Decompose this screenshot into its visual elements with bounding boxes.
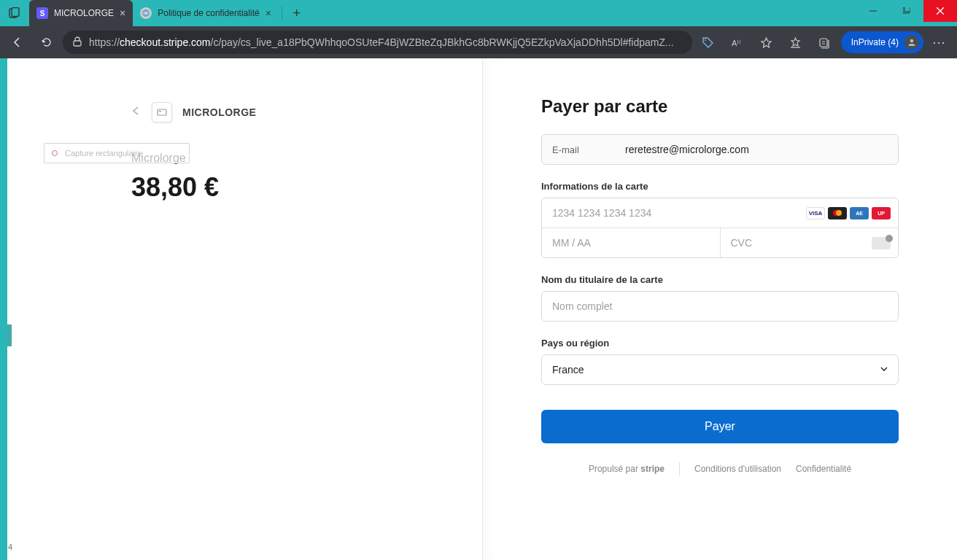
read-aloud-icon[interactable]: A⁾⁾ [724,29,751,55]
card-number-input[interactable] [542,198,806,228]
snip-tool-overlay: Capture rectangulaire [44,143,190,163]
shopping-icon[interactable] [695,29,721,55]
svg-rect-8 [74,41,81,46]
email-label: E-mail [552,144,625,155]
record-dot-icon [52,150,58,156]
browser-tab-active[interactable]: S MICROLORGE × [29,0,133,26]
powered-by-text: Propulsé par stripe [589,464,665,474]
product-price: 38,80 € [131,172,453,203]
nav-back-button[interactable] [4,29,31,55]
window-close-button[interactable] [923,0,957,22]
collections-icon[interactable] [812,29,838,55]
window-titlebar: S MICROLORGE × Politique de confidential… [0,0,957,26]
window-maximize-button[interactable] [890,0,923,22]
form-title: Payer par carte [541,96,899,117]
svg-point-19 [836,210,842,216]
visa-icon: VISA [806,207,825,219]
svg-rect-1 [12,8,19,17]
card-input-block: VISA AE UP [541,198,899,258]
cvc-hint-icon [872,237,891,249]
card-cvc-input[interactable] [721,228,872,257]
svg-rect-17 [159,111,161,112]
card-expiry-input[interactable] [542,228,690,257]
left-edge-strip [0,58,7,560]
terms-link[interactable]: Conditions d'utilisation [694,464,781,474]
stripe-logo: stripe [640,464,665,474]
svg-point-15 [910,39,914,43]
address-bar[interactable]: https://checkout.stripe.com/c/pay/cs_liv… [63,31,692,54]
card-brand-icons: VISA AE UP [806,207,898,219]
merchant-back-icon[interactable] [131,106,142,119]
favorites-bar-icon[interactable] [783,29,809,55]
tab-close-icon[interactable]: × [266,7,271,19]
svg-rect-5 [904,7,910,12]
favorite-icon[interactable] [753,29,780,55]
tab-title: Politique de confidentialité [158,8,259,18]
unionpay-icon: UP [872,207,891,219]
country-select[interactable]: France [541,354,899,385]
card-info-label: Informations de la carte [541,181,899,192]
menu-button[interactable]: ⋯ [926,29,953,55]
pay-button[interactable]: Payer [541,410,899,443]
tab-actions-icon[interactable] [0,7,29,19]
cardholder-name-input[interactable] [541,291,899,322]
tab-favicon-icon: S [36,7,48,19]
email-value: reretestre@microlorge.com [625,144,888,155]
order-summary-panel: MICROLORGE Capture rectangulaire Microlo… [7,58,482,560]
new-tab-button[interactable]: + [285,6,309,21]
browser-tab[interactable]: Politique de confidentialité × [133,0,279,26]
email-field-row[interactable]: E-mail reretestre@microlorge.com [541,134,899,165]
merchant-name: MICROLORGE [182,106,256,118]
tab-separator [282,6,282,20]
inprivate-label: InPrivate (4) [851,37,899,47]
svg-rect-16 [158,109,166,115]
nav-refresh-button[interactable] [34,29,60,55]
mastercard-icon [828,207,847,219]
inprivate-indicator[interactable]: InPrivate (4) [841,31,923,53]
merchant-logo-icon [152,102,172,122]
svg-rect-12 [820,39,827,47]
page-content: 4 MICROLORGE Capture rectangulaire Micro… [0,58,957,560]
snip-label: Capture rectangulaire [65,149,142,158]
window-controls [856,0,957,26]
url-text: https://checkout.stripe.com/c/pay/cs_liv… [89,36,674,48]
footer-separator [679,462,680,475]
tab-favicon-icon [140,7,152,19]
tab-title: MICROLORGE [54,8,114,18]
profile-avatar-icon [904,35,919,50]
svg-text:A⁾⁾: A⁾⁾ [732,39,741,47]
privacy-link[interactable]: Confidentialité [796,464,851,474]
amex-icon: AE [850,207,869,219]
browser-toolbar: https://checkout.stripe.com/c/pay/cs_liv… [0,26,957,58]
cardholder-label: Nom du titulaire de la carte [541,274,899,285]
footer-links: Propulsé par stripe Conditions d'utilisa… [541,462,899,475]
country-label: Pays ou région [541,338,899,349]
lock-icon [73,36,82,49]
payment-form-panel: Payer par carte E-mail reretestre@microl… [482,58,957,560]
svg-point-9 [705,39,706,41]
tab-close-icon[interactable]: × [120,7,125,19]
window-minimize-button[interactable] [856,0,890,22]
